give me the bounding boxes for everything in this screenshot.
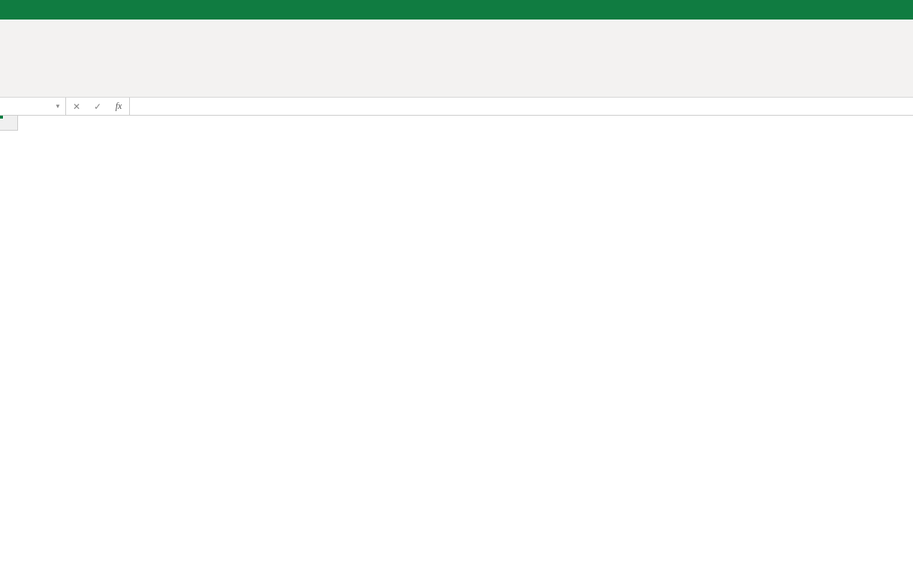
formula-bar-buttons: ✕ ✓ fx	[66, 98, 130, 115]
formula-input[interactable]	[130, 98, 913, 115]
spreadsheet-grid[interactable]	[0, 116, 913, 588]
menu-bar	[0, 0, 913, 20]
formula-bar: ▼ ✕ ✓ fx	[0, 98, 913, 116]
cells-area[interactable]	[18, 131, 913, 588]
ribbon	[0, 20, 913, 98]
name-box[interactable]: ▼	[0, 98, 66, 115]
select-all-corner[interactable]	[0, 116, 18, 131]
column-headers	[18, 116, 913, 131]
name-box-dropdown-icon: ▼	[55, 103, 61, 110]
cancel-icon[interactable]: ✕	[66, 98, 87, 115]
enter-icon[interactable]: ✓	[87, 98, 108, 115]
fx-icon[interactable]: fx	[108, 98, 129, 115]
